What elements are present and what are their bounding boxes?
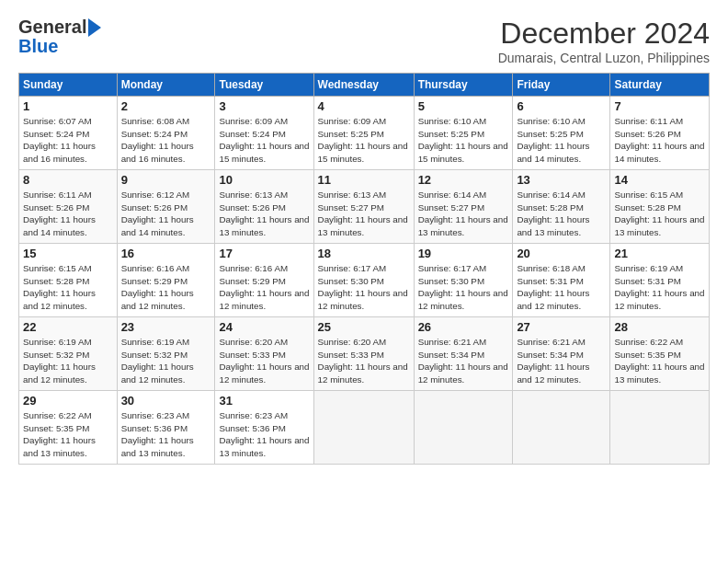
location-subtitle: Dumarais, Central Luzon, Philippines bbox=[498, 51, 710, 65]
calendar-day-cell: 8Sunrise: 6:11 AMSunset: 5:26 PMDaylight… bbox=[19, 170, 118, 244]
day-info: Sunrise: 6:10 AMSunset: 5:25 PMDaylight:… bbox=[418, 115, 509, 166]
calendar-header-row: SundayMondayTuesdayWednesdayThursdayFrid… bbox=[19, 74, 710, 97]
day-of-week-header: Saturday bbox=[610, 74, 710, 97]
calendar-week-row: 22Sunrise: 6:19 AMSunset: 5:32 PMDayligh… bbox=[19, 317, 710, 391]
day-of-week-header: Monday bbox=[117, 74, 215, 97]
day-number: 1 bbox=[23, 99, 113, 113]
day-number: 16 bbox=[121, 247, 211, 260]
calendar-day-cell: 11Sunrise: 6:13 AMSunset: 5:27 PMDayligh… bbox=[313, 170, 414, 244]
day-info: Sunrise: 6:10 AMSunset: 5:25 PMDaylight:… bbox=[517, 115, 606, 166]
logo-arrow-icon bbox=[88, 18, 101, 37]
day-info: Sunrise: 6:16 AMSunset: 5:29 PMDaylight:… bbox=[219, 262, 309, 313]
logo-general: General bbox=[18, 17, 86, 38]
day-info: Sunrise: 6:18 AMSunset: 5:31 PMDaylight:… bbox=[517, 262, 606, 313]
day-number: 13 bbox=[517, 173, 606, 187]
day-info: Sunrise: 6:21 AMSunset: 5:34 PMDaylight:… bbox=[517, 336, 606, 386]
day-info: Sunrise: 6:23 AMSunset: 5:36 PMDaylight:… bbox=[121, 409, 211, 460]
day-number: 3 bbox=[219, 99, 309, 113]
day-info: Sunrise: 6:14 AMSunset: 5:27 PMDaylight:… bbox=[418, 189, 509, 239]
day-number: 22 bbox=[23, 320, 113, 334]
calendar-day-cell: 13Sunrise: 6:14 AMSunset: 5:28 PMDayligh… bbox=[513, 170, 610, 244]
day-info: Sunrise: 6:17 AMSunset: 5:30 PMDaylight:… bbox=[318, 262, 410, 313]
day-number: 8 bbox=[23, 173, 113, 187]
day-info: Sunrise: 6:14 AMSunset: 5:28 PMDaylight:… bbox=[517, 189, 606, 239]
day-info: Sunrise: 6:09 AMSunset: 5:24 PMDaylight:… bbox=[219, 115, 309, 166]
calendar-day-cell: 28Sunrise: 6:22 AMSunset: 5:35 PMDayligh… bbox=[610, 317, 710, 391]
calendar-day-cell: 24Sunrise: 6:20 AMSunset: 5:33 PMDayligh… bbox=[215, 317, 313, 391]
day-number: 27 bbox=[517, 320, 606, 334]
month-title: December 2024 bbox=[498, 17, 710, 51]
calendar-day-cell: 1Sunrise: 6:07 AMSunset: 5:24 PMDaylight… bbox=[19, 97, 118, 170]
calendar-day-cell: 15Sunrise: 6:15 AMSunset: 5:28 PMDayligh… bbox=[19, 244, 118, 317]
day-of-week-header: Wednesday bbox=[313, 74, 414, 97]
calendar-day-cell: 16Sunrise: 6:16 AMSunset: 5:29 PMDayligh… bbox=[117, 244, 215, 317]
day-number: 24 bbox=[219, 320, 309, 334]
day-number: 26 bbox=[418, 320, 509, 334]
day-info: Sunrise: 6:11 AMSunset: 5:26 PMDaylight:… bbox=[614, 115, 705, 166]
calendar-day-cell: 31Sunrise: 6:23 AMSunset: 5:36 PMDayligh… bbox=[215, 391, 313, 465]
day-info: Sunrise: 6:20 AMSunset: 5:33 PMDaylight:… bbox=[219, 336, 309, 386]
day-info: Sunrise: 6:15 AMSunset: 5:28 PMDaylight:… bbox=[614, 189, 705, 239]
logo: General Blue bbox=[18, 17, 101, 57]
calendar-day-cell: 25Sunrise: 6:20 AMSunset: 5:33 PMDayligh… bbox=[313, 317, 414, 391]
day-number: 7 bbox=[614, 99, 705, 113]
day-of-week-header: Thursday bbox=[414, 74, 513, 97]
calendar-day-cell: 9Sunrise: 6:12 AMSunset: 5:26 PMDaylight… bbox=[117, 170, 215, 244]
day-number: 2 bbox=[121, 99, 211, 113]
day-number: 15 bbox=[23, 247, 113, 260]
day-number: 14 bbox=[614, 173, 705, 187]
day-number: 17 bbox=[219, 247, 309, 260]
day-number: 10 bbox=[219, 173, 309, 187]
calendar-day-cell: 18Sunrise: 6:17 AMSunset: 5:30 PMDayligh… bbox=[313, 244, 414, 317]
calendar-day-cell: 10Sunrise: 6:13 AMSunset: 5:26 PMDayligh… bbox=[215, 170, 313, 244]
calendar-day-cell: 26Sunrise: 6:21 AMSunset: 5:34 PMDayligh… bbox=[414, 317, 513, 391]
calendar-day-cell: 29Sunrise: 6:22 AMSunset: 5:35 PMDayligh… bbox=[19, 391, 118, 465]
day-of-week-header: Sunday bbox=[19, 74, 118, 97]
page: General Blue December 2024 Dumarais, Cen… bbox=[0, 0, 728, 474]
day-number: 11 bbox=[318, 173, 410, 187]
day-number: 23 bbox=[121, 320, 211, 334]
day-number: 29 bbox=[23, 394, 113, 408]
day-number: 25 bbox=[318, 320, 410, 334]
calendar-day-cell: 2Sunrise: 6:08 AMSunset: 5:24 PMDaylight… bbox=[117, 97, 215, 170]
day-info: Sunrise: 6:15 AMSunset: 5:28 PMDaylight:… bbox=[23, 262, 113, 313]
day-info: Sunrise: 6:19 AMSunset: 5:32 PMDaylight:… bbox=[23, 336, 113, 386]
calendar-day-cell bbox=[513, 391, 610, 465]
day-info: Sunrise: 6:23 AMSunset: 5:36 PMDaylight:… bbox=[219, 409, 309, 460]
calendar-week-row: 1Sunrise: 6:07 AMSunset: 5:24 PMDaylight… bbox=[19, 97, 710, 170]
day-info: Sunrise: 6:19 AMSunset: 5:31 PMDaylight:… bbox=[614, 262, 705, 313]
calendar-day-cell: 19Sunrise: 6:17 AMSunset: 5:30 PMDayligh… bbox=[414, 244, 513, 317]
day-info: Sunrise: 6:09 AMSunset: 5:25 PMDaylight:… bbox=[318, 115, 410, 166]
day-info: Sunrise: 6:19 AMSunset: 5:32 PMDaylight:… bbox=[121, 336, 211, 386]
day-info: Sunrise: 6:22 AMSunset: 5:35 PMDaylight:… bbox=[23, 409, 113, 460]
calendar-day-cell: 4Sunrise: 6:09 AMSunset: 5:25 PMDaylight… bbox=[313, 97, 414, 170]
day-info: Sunrise: 6:17 AMSunset: 5:30 PMDaylight:… bbox=[418, 262, 509, 313]
calendar-day-cell: 17Sunrise: 6:16 AMSunset: 5:29 PMDayligh… bbox=[215, 244, 313, 317]
day-number: 4 bbox=[318, 99, 410, 113]
calendar-day-cell bbox=[313, 391, 414, 465]
day-number: 12 bbox=[418, 173, 509, 187]
day-number: 20 bbox=[517, 247, 606, 260]
calendar-day-cell: 5Sunrise: 6:10 AMSunset: 5:25 PMDaylight… bbox=[414, 97, 513, 170]
day-number: 30 bbox=[121, 394, 211, 408]
calendar-day-cell: 3Sunrise: 6:09 AMSunset: 5:24 PMDaylight… bbox=[215, 97, 313, 170]
day-info: Sunrise: 6:11 AMSunset: 5:26 PMDaylight:… bbox=[23, 189, 113, 239]
calendar-table: SundayMondayTuesdayWednesdayThursdayFrid… bbox=[18, 73, 710, 465]
day-info: Sunrise: 6:16 AMSunset: 5:29 PMDaylight:… bbox=[121, 262, 211, 313]
day-info: Sunrise: 6:13 AMSunset: 5:27 PMDaylight:… bbox=[318, 189, 410, 239]
calendar-week-row: 29Sunrise: 6:22 AMSunset: 5:35 PMDayligh… bbox=[19, 391, 710, 465]
calendar-day-cell: 22Sunrise: 6:19 AMSunset: 5:32 PMDayligh… bbox=[19, 317, 118, 391]
day-info: Sunrise: 6:08 AMSunset: 5:24 PMDaylight:… bbox=[121, 115, 211, 166]
day-number: 6 bbox=[517, 99, 606, 113]
calendar-day-cell bbox=[610, 391, 710, 465]
day-number: 31 bbox=[219, 394, 309, 408]
calendar-week-row: 8Sunrise: 6:11 AMSunset: 5:26 PMDaylight… bbox=[19, 170, 710, 244]
calendar-day-cell: 14Sunrise: 6:15 AMSunset: 5:28 PMDayligh… bbox=[610, 170, 710, 244]
day-of-week-header: Friday bbox=[513, 74, 610, 97]
calendar-day-cell: 21Sunrise: 6:19 AMSunset: 5:31 PMDayligh… bbox=[610, 244, 710, 317]
calendar-day-cell: 20Sunrise: 6:18 AMSunset: 5:31 PMDayligh… bbox=[513, 244, 610, 317]
day-number: 28 bbox=[614, 320, 705, 334]
day-info: Sunrise: 6:22 AMSunset: 5:35 PMDaylight:… bbox=[614, 336, 705, 386]
day-info: Sunrise: 6:12 AMSunset: 5:26 PMDaylight:… bbox=[121, 189, 211, 239]
calendar-day-cell: 27Sunrise: 6:21 AMSunset: 5:34 PMDayligh… bbox=[513, 317, 610, 391]
